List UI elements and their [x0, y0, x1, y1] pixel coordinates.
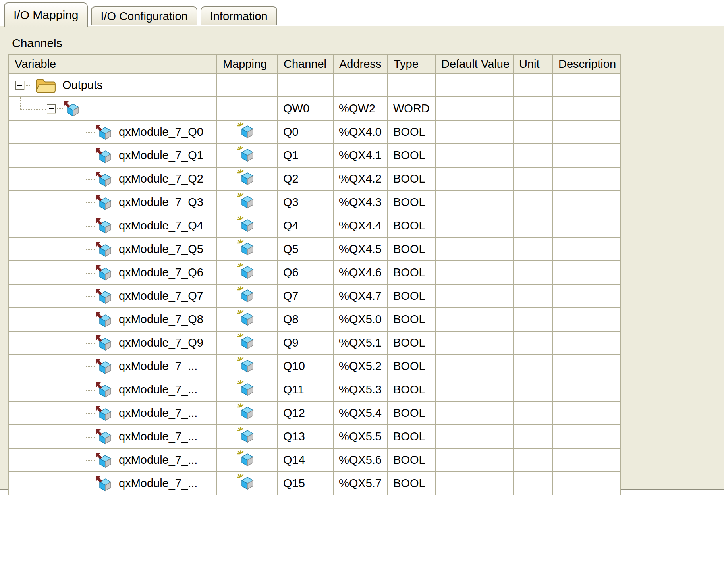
mapping-cell[interactable] [217, 284, 278, 308]
table-row[interactable]: qxModule_7_Q8Q8%QX5.0BOOL [9, 308, 620, 331]
variable-cell[interactable]: qxModule_7_... [9, 378, 217, 401]
variable-cell[interactable]: qxModule_7_... [9, 425, 217, 448]
type-cell: WORD [388, 97, 435, 120]
output-channel-icon [95, 218, 113, 234]
table-row[interactable]: qxModule_7_...Q10%QX5.2BOOL [9, 355, 620, 378]
collapse-toggle[interactable] [15, 81, 24, 90]
default-value-cell [435, 378, 513, 401]
variable-cell[interactable]: Outputs [9, 73, 217, 97]
address-cell: %QX4.5 [333, 237, 388, 261]
variable-cell[interactable]: qxModule_7_Q7 [9, 284, 217, 308]
variable-cell[interactable]: qxModule_7_Q1 [9, 144, 217, 167]
tree-line [85, 390, 95, 391]
column-header-type[interactable]: Type [388, 54, 435, 73]
type-cell: BOOL [388, 472, 435, 495]
mapping-cell[interactable] [217, 261, 278, 284]
table-row[interactable]: qxModule_7_...Q14%QX5.6BOOL [9, 448, 620, 472]
mapping-cell[interactable] [217, 97, 278, 120]
tab-information[interactable]: Information [201, 6, 277, 25]
column-header-unit[interactable]: Unit [513, 54, 552, 73]
mapping-cell[interactable] [217, 144, 278, 167]
mapping-cell[interactable] [217, 214, 278, 237]
variable-name: qxModule_7_... [119, 383, 197, 396]
table-row[interactable]: qxModule_7_Q2Q2%QX4.2BOOL [9, 167, 620, 191]
table-row[interactable]: QW0%QW2WORD [9, 97, 620, 120]
default-value-cell [435, 120, 513, 144]
column-header-channel[interactable]: Channel [278, 54, 333, 73]
mapped-channel-icon [237, 450, 255, 467]
table-row[interactable]: qxModule_7_Q0Q0%QX4.0BOOL [9, 120, 620, 144]
table-row[interactable]: Outputs [9, 73, 620, 97]
variable-cell[interactable]: qxModule_7_Q3 [9, 191, 217, 214]
column-header-description[interactable]: Description [552, 54, 620, 73]
unit-cell [513, 191, 552, 214]
variable-name: qxModule_7_Q7 [119, 289, 203, 303]
table-row[interactable]: qxModule_7_Q6Q6%QX4.6BOOL [9, 261, 620, 284]
table-row[interactable]: qxModule_7_Q4Q4%QX4.4BOOL [9, 214, 620, 237]
tab-i-o-configuration[interactable]: I/O Configuration [91, 6, 197, 25]
variable-cell[interactable]: qxModule_7_... [9, 355, 217, 378]
type-cell: BOOL [388, 355, 435, 378]
variable-cell[interactable]: qxModule_7_Q8 [9, 308, 217, 331]
mapping-cell[interactable] [217, 120, 278, 144]
default-value-cell [435, 284, 513, 308]
tab-i-o-mapping[interactable]: I/O Mapping [4, 2, 88, 27]
description-cell [552, 214, 620, 237]
description-cell [552, 191, 620, 214]
mapping-cell[interactable] [217, 191, 278, 214]
unit-cell [513, 355, 552, 378]
mapping-cell[interactable] [217, 378, 278, 401]
variable-name: qxModule_7_Q5 [119, 243, 203, 256]
table-row[interactable]: qxModule_7_...Q13%QX5.5BOOL [9, 425, 620, 448]
mapped-channel-icon [237, 357, 255, 373]
variable-name: qxModule_7_Q2 [119, 172, 203, 185]
variable-cell[interactable]: qxModule_7_... [9, 401, 217, 425]
variable-cell[interactable] [9, 97, 217, 120]
variable-cell[interactable]: qxModule_7_... [9, 472, 217, 495]
mapping-cell[interactable] [217, 308, 278, 331]
table-row[interactable]: qxModule_7_...Q11%QX5.3BOOL [9, 378, 620, 401]
variable-cell[interactable]: qxModule_7_Q9 [9, 331, 217, 355]
default-value-cell [435, 308, 513, 331]
variable-cell[interactable]: qxModule_7_Q0 [9, 120, 217, 144]
table-row[interactable]: qxModule_7_Q9Q9%QX5.1BOOL [9, 331, 620, 355]
channel-cell: Q13 [278, 425, 333, 448]
type-cell: BOOL [388, 237, 435, 261]
collapse-toggle[interactable] [47, 104, 56, 113]
column-header-variable[interactable]: Variable [9, 54, 217, 73]
unit-cell [513, 144, 552, 167]
table-row[interactable]: qxModule_7_Q7Q7%QX4.7BOOL [9, 284, 620, 308]
table-row[interactable]: qxModule_7_...Q15%QX5.7BOOL [9, 472, 620, 495]
unit-cell [513, 448, 552, 472]
mapping-cell[interactable] [217, 355, 278, 378]
mapping-cell[interactable] [217, 73, 278, 97]
mapping-cell[interactable] [217, 401, 278, 425]
mapping-cell[interactable] [217, 331, 278, 355]
default-value-cell [435, 472, 513, 495]
column-header-address[interactable]: Address [333, 54, 388, 73]
variable-cell[interactable]: qxModule_7_Q2 [9, 167, 217, 191]
variable-cell[interactable]: qxModule_7_Q4 [9, 214, 217, 237]
column-header-default-value[interactable]: Default Value [435, 54, 513, 73]
mapping-cell[interactable] [217, 448, 278, 472]
default-value-cell [435, 401, 513, 425]
variable-cell[interactable]: qxModule_7_... [9, 448, 217, 472]
variable-name: qxModule_7_Q6 [119, 266, 203, 279]
column-header-mapping[interactable]: Mapping [217, 54, 278, 73]
mapping-cell[interactable] [217, 167, 278, 191]
folder-icon [35, 77, 57, 93]
table-row[interactable]: qxModule_7_Q3Q3%QX4.3BOOL [9, 191, 620, 214]
table-row[interactable]: qxModule_7_Q5Q5%QX4.5BOOL [9, 237, 620, 261]
table-row[interactable]: qxModule_7_...Q12%QX5.4BOOL [9, 401, 620, 425]
mapping-cell[interactable] [217, 472, 278, 495]
table-row[interactable]: qxModule_7_Q1Q1%QX4.1BOOL [9, 144, 620, 167]
mapping-cell[interactable] [217, 425, 278, 448]
variable-cell[interactable]: qxModule_7_Q5 [9, 237, 217, 261]
unit-cell [513, 214, 552, 237]
variable-name: qxModule_7_Q3 [119, 196, 203, 209]
channel-cell: Q9 [278, 331, 333, 355]
mapping-cell[interactable] [217, 237, 278, 261]
tab-label: I/O Configuration [100, 10, 187, 23]
address-cell: %QX5.4 [333, 401, 388, 425]
variable-cell[interactable]: qxModule_7_Q6 [9, 261, 217, 284]
